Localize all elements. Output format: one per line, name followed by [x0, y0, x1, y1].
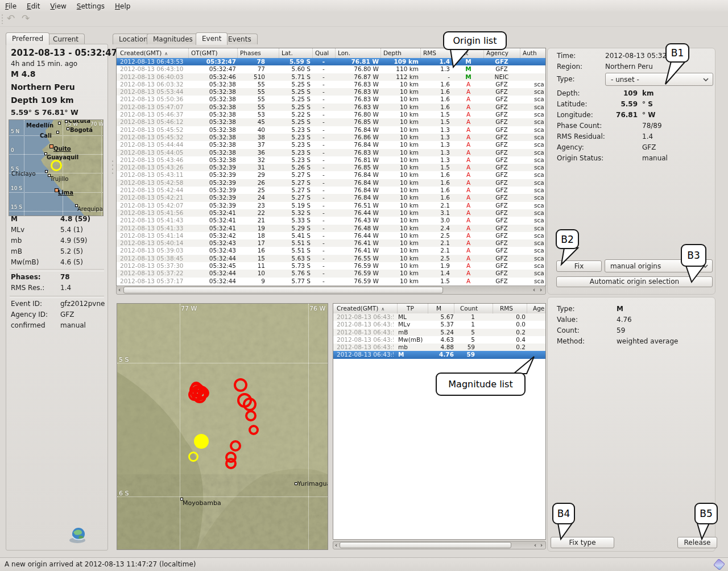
latitude-value: 5.59 — [605, 100, 638, 108]
magnitude-row[interactable]: 2012-08-13 06:43:59ML5.6710.0 — [333, 313, 545, 321]
scroll-right-icon[interactable]: › — [540, 287, 542, 293]
mb-label: mB — [11, 247, 22, 255]
magnitude-row[interactable]: 2012-08-13 06:43:59M4.7659 — [333, 351, 545, 358]
undo-icon[interactable]: ↶ — [7, 13, 15, 24]
lat-label: 5 N — [11, 129, 19, 134]
origin-row[interactable]: 2012-08-13 05:40:1405:32:43175.51 S-76.4… — [117, 239, 545, 247]
epicenter-circle — [249, 425, 259, 435]
origin-row[interactable]: 2012-08-13 05:47:0705:32:38555.25 S-76.8… — [117, 104, 545, 111]
origin-row[interactable]: 2012-08-13 06:43:1005:32:47775.60 S-76.8… — [117, 65, 545, 73]
origin-row[interactable]: 2012-08-13 05:41:1405:32:42185.41 S-76.4… — [117, 232, 545, 239]
magnitude-hscrollbar[interactable]: ‹ ‹ › — [333, 541, 546, 549]
scroll-right-icon[interactable]: › — [540, 543, 543, 548]
tab-magnitudes[interactable]: Magnitudes — [147, 34, 199, 44]
origin-hscrollbar[interactable]: ‹ ‹ › — [116, 286, 546, 295]
origin-row[interactable]: 2012-08-13 05:53:4405:32:38555.25 S-76.8… — [117, 88, 545, 96]
automatic-origin-selection-button[interactable]: Automatic origin selection — [556, 276, 713, 287]
scrollbar-thumb[interactable] — [123, 287, 443, 293]
origin-row[interactable]: 2012-08-13 05:41:5605:32:41225.32 S-76.4… — [117, 209, 545, 217]
origin-row[interactable]: 2012-08-13 05:41:4305:32:41215.33 S-76.4… — [117, 217, 545, 224]
toolbar-handle[interactable] — [1, 14, 3, 24]
grid-line — [24, 120, 24, 216]
origin-row[interactable]: 2012-08-13 05:43:4605:32:38325.23 S-76.8… — [117, 156, 545, 164]
origin-row[interactable]: 2012-08-13 05:44:4405:32:38375.23 S-76.8… — [117, 141, 545, 148]
column-header-otgmt[interactable]: OT(GMT) — [188, 48, 237, 58]
tab-current[interactable]: Current — [47, 34, 85, 44]
scroll-left-icon[interactable]: ‹ — [118, 287, 121, 293]
origin-row[interactable]: 2012-08-13 05:43:1105:32:39295.27 S-76.8… — [117, 171, 545, 179]
splitter-handle[interactable] — [111, 159, 114, 176]
fix-type-button[interactable]: Fix type — [551, 537, 614, 548]
origin-row[interactable]: 2012-08-13 05:42:0705:32:39235.19 S-76.5… — [117, 202, 545, 209]
origin-row[interactable]: 2012-08-13 05:42:4405:32:39255.27 S-76.8… — [117, 187, 545, 194]
city-label: Guayaquil — [47, 154, 78, 160]
column-header-age[interactable]: Age — [527, 304, 545, 313]
magnitude-row[interactable]: 2012-08-13 06:43:59Mw(mB)4.6350.4 — [333, 336, 545, 344]
origin-row[interactable]: 2012-08-13 05:50:3605:32:38555.25 S-76.8… — [117, 96, 545, 103]
tab-preferred[interactable]: Preferred — [6, 32, 49, 45]
city-marker — [67, 127, 69, 130]
origin-row[interactable]: 2012-08-13 05:46:3705:32:38535.22 S-76.8… — [117, 111, 545, 118]
tab-event[interactable]: Event — [196, 32, 228, 45]
origin-row[interactable]: 2012-08-13 05:38:4505:32:44155.63 S-76.5… — [117, 255, 545, 262]
type-dropdown[interactable]: - unset - — [605, 73, 713, 86]
column-header-createdgmt[interactable]: Created(GMT)∧ — [117, 48, 188, 58]
mag-method-label: Method: — [557, 337, 585, 345]
release-button[interactable]: Release — [677, 537, 717, 548]
magnitude-table-header[interactable]: Created(GMT)∧TPMCountRMSAge — [333, 304, 545, 314]
origin-row[interactable]: 2012-08-13 05:43:2605:32:39315.26 S-76.8… — [117, 164, 545, 171]
column-header-auth[interactable]: Auth — [520, 48, 545, 58]
lat-label: 6 S — [119, 490, 129, 497]
menu-edit[interactable]: Edit — [22, 1, 45, 11]
depth-unit: km — [642, 89, 653, 97]
origin-row[interactable]: 2012-08-13 05:42:5805:32:39265.27 S-76.8… — [117, 179, 545, 187]
origin-row[interactable]: 2012-08-13 06:40:0305:32:465105.71 S-76.… — [117, 73, 545, 81]
column-header-m[interactable]: M — [428, 304, 454, 313]
origin-row[interactable]: 2012-08-13 06:03:3205:32:38555.25 S-76.8… — [117, 81, 545, 88]
epicenter-map[interactable]: 5 S6 S77 W76 WYurimaguasMoyobamba — [117, 303, 328, 550]
column-header-lon[interactable]: Lon. — [335, 48, 380, 58]
column-header-phases[interactable]: Phases — [237, 48, 279, 58]
mag-count-label: Count: — [557, 326, 580, 334]
column-header-qual[interactable]: Qual — [312, 48, 335, 58]
column-header-createdgmt[interactable]: Created(GMT)∧ — [333, 304, 397, 313]
type-label: Type: — [557, 75, 575, 83]
origin-row[interactable]: 2012-08-13 05:42:2105:32:39245.27 S-76.8… — [117, 194, 545, 201]
redo-icon[interactable]: ↷ — [22, 13, 30, 24]
event-depth: Depth 109 km — [11, 96, 74, 105]
magnitude-row[interactable]: 2012-08-13 06:43:59mb4.88590.2 — [333, 344, 545, 351]
scroll-left-icon[interactable]: ‹ — [533, 287, 535, 293]
scroll-left-icon[interactable]: ‹ — [534, 543, 536, 548]
column-header-count[interactable]: Count — [454, 304, 493, 313]
origin-row[interactable]: 2012-08-13 05:37:2205:32:44105.76 S-76.5… — [117, 270, 545, 277]
origin-row[interactable]: 2012-08-13 05:41:3305:32:41195.29 S-76.4… — [117, 225, 545, 232]
origin-row[interactable]: 2012-08-13 05:46:1205:32:38455.25 S-76.8… — [117, 118, 545, 126]
fix-button[interactable]: Fix — [556, 260, 602, 272]
origin-row[interactable]: 2012-08-13 05:37:1705:32:4495.77 S-76.59… — [117, 278, 545, 285]
column-header-rms[interactable]: RMS — [493, 304, 527, 313]
origin-row[interactable]: 2012-08-13 05:39:0305:32:43165.51 S-76.4… — [117, 247, 545, 254]
city-label: Chiclayo — [11, 171, 36, 177]
origin-row[interactable]: 2012-08-13 05:44:0505:32:38365.23 S-76.8… — [117, 149, 545, 156]
scroll-left-icon[interactable]: ‹ — [335, 543, 337, 548]
menu-settings[interactable]: Settings — [72, 1, 110, 11]
overview-map[interactable]: 5 N05 S10 S15 S75 W70 WCúcutaMedellínBog… — [9, 119, 104, 216]
origin-row[interactable]: 2012-08-13 05:45:3205:32:38385.23 S-76.8… — [117, 134, 545, 141]
menu-file[interactable]: File — [0, 1, 22, 11]
menu-view[interactable]: View — [45, 1, 71, 11]
callout-b2: B2 — [556, 229, 579, 249]
epicenter-circle — [51, 160, 62, 171]
magnitude-row[interactable]: 2012-08-13 06:43:59MLv5.3710.0 — [333, 321, 545, 328]
origin-list-table: Created(GMT)∧OT(GMT)PhasesLat.QualLon.De… — [116, 48, 546, 286]
column-header-lat[interactable]: Lat. — [279, 48, 312, 58]
scrollbar-thumb[interactable] — [340, 542, 511, 548]
column-header-depth[interactable]: Depth — [380, 48, 420, 58]
origin-row[interactable]: 2012-08-13 06:43:5305:32:47785.59 S-76.8… — [117, 58, 545, 65]
menu-help[interactable]: Help — [110, 1, 135, 11]
magnitude-row[interactable]: 2012-08-13 06:43:59mB5.2450.2 — [333, 329, 545, 336]
callout-b4: B4 — [552, 503, 575, 524]
menu-items: FileEditViewSettingsHelp — [0, 0, 728, 11]
origin-row[interactable]: 2012-08-13 05:45:5205:32:38405.23 S-76.8… — [117, 126, 545, 134]
origin-row[interactable]: 2012-08-13 05:37:3005:32:45115.73 S-76.5… — [117, 262, 545, 270]
column-header-tp[interactable]: TP — [397, 304, 428, 313]
